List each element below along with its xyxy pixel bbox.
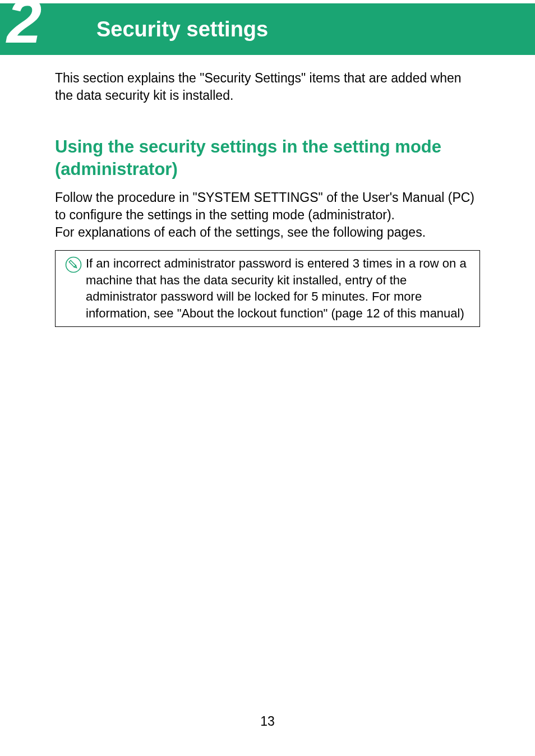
- chapter-title: Security settings: [96, 17, 268, 42]
- note-icon-wrap: [61, 255, 86, 273]
- note-box: If an incorrect administrator password i…: [55, 250, 480, 327]
- page-content: This section explains the "Security Sett…: [0, 55, 535, 327]
- pencil-circle-icon: [65, 256, 82, 273]
- svg-point-0: [66, 257, 81, 272]
- note-text: If an incorrect administrator password i…: [86, 255, 472, 322]
- intro-paragraph: This section explains the "Security Sett…: [55, 70, 480, 104]
- chapter-number: 2: [7, 0, 39, 53]
- page-number: 13: [0, 714, 535, 729]
- svg-marker-2: [74, 265, 77, 269]
- section-body: Follow the procedure in "SYSTEM SETTINGS…: [55, 189, 480, 241]
- section-heading: Using the security settings in the setti…: [55, 136, 480, 181]
- chapter-header: 2 Security settings: [0, 3, 535, 55]
